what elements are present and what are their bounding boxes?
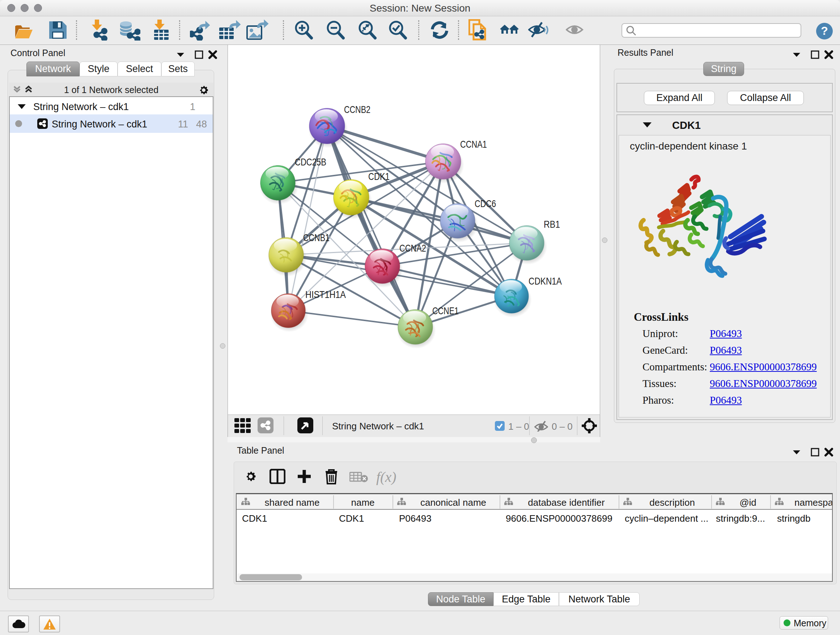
svg-text:CCNA1: CCNA1 xyxy=(460,139,487,150)
svg-text:CCNB2: CCNB2 xyxy=(344,104,370,115)
svg-text:RB1: RB1 xyxy=(544,219,560,230)
svg-text:CCNA2: CCNA2 xyxy=(399,242,426,254)
svg-text:CCNE1: CCNE1 xyxy=(432,305,459,317)
svg-text:CDKN1A: CDKN1A xyxy=(529,276,562,287)
svg-text:?: ? xyxy=(821,24,828,37)
svg-text:HIST1H1A: HIST1H1A xyxy=(305,289,346,300)
svg-text:CCNB1: CCNB1 xyxy=(303,232,330,243)
svg-text:CDC25B: CDC25B xyxy=(295,157,326,168)
svg-text:CDK1: CDK1 xyxy=(368,171,390,182)
svg-text:CDC6: CDC6 xyxy=(475,198,496,209)
